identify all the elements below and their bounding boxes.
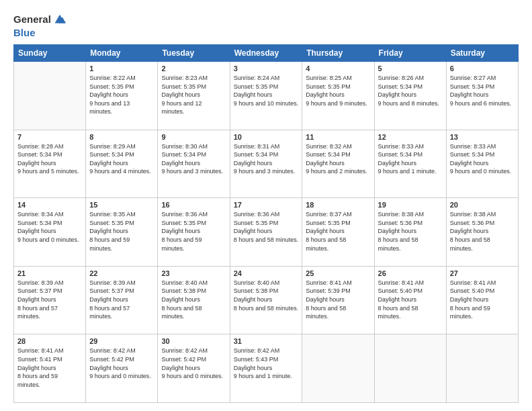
weekday-header-saturday: Saturday xyxy=(446,45,518,62)
day-info: Sunrise: 8:33 AM Sunset: 5:34 PM Dayligh… xyxy=(378,142,443,176)
day-info: Sunrise: 8:25 AM Sunset: 5:35 PM Dayligh… xyxy=(306,74,370,107)
logo: General Blue xyxy=(13,12,67,39)
day-cell: 10 Sunrise: 8:31 AM Sunset: 5:34 PM Dayl… xyxy=(230,130,302,198)
day-number: 6 xyxy=(450,64,515,73)
day-info: Sunrise: 8:42 AM Sunset: 5:43 PM Dayligh… xyxy=(234,347,299,380)
day-info: Sunrise: 8:32 AM Sunset: 5:34 PM Dayligh… xyxy=(306,142,370,176)
weekday-header-row: SundayMondayTuesdayWednesdayThursdayFrid… xyxy=(14,45,519,62)
day-info: Sunrise: 8:22 AM Sunset: 5:35 PM Dayligh… xyxy=(89,74,154,116)
day-info: Sunrise: 8:34 AM Sunset: 5:34 PM Dayligh… xyxy=(17,210,82,244)
day-number: 24 xyxy=(234,269,299,277)
day-number: 10 xyxy=(234,133,299,141)
day-info: Sunrise: 8:39 AM Sunset: 5:37 PM Dayligh… xyxy=(89,279,154,321)
day-cell: 24 Sunrise: 8:40 AM Sunset: 5:38 PM Dayl… xyxy=(230,266,302,334)
day-number: 27 xyxy=(450,269,515,277)
logo-icon xyxy=(52,12,67,27)
day-cell: 31 Sunrise: 8:42 AM Sunset: 5:43 PM Dayl… xyxy=(230,334,302,403)
day-info: Sunrise: 8:37 AM Sunset: 5:35 PM Dayligh… xyxy=(306,210,370,253)
day-number: 18 xyxy=(306,201,370,209)
week-row-3: 21 Sunrise: 8:39 AM Sunset: 5:37 PM Dayl… xyxy=(14,266,519,334)
day-number: 16 xyxy=(161,201,226,209)
day-info: Sunrise: 8:40 AM Sunset: 5:38 PM Dayligh… xyxy=(161,279,226,321)
day-cell: 8 Sunrise: 8:29 AM Sunset: 5:34 PM Dayli… xyxy=(86,130,158,198)
day-number: 13 xyxy=(450,133,515,141)
day-number: 17 xyxy=(234,201,299,209)
logo-blue: Blue xyxy=(13,27,36,38)
day-info: Sunrise: 8:36 AM Sunset: 5:35 PM Dayligh… xyxy=(234,210,299,244)
day-cell: 29 Sunrise: 8:42 AM Sunset: 5:42 PM Dayl… xyxy=(86,334,158,403)
day-number: 5 xyxy=(378,64,443,73)
day-cell: 1 Sunrise: 8:22 AM Sunset: 5:35 PM Dayli… xyxy=(86,62,158,130)
day-cell: 27 Sunrise: 8:41 AM Sunset: 5:40 PM Dayl… xyxy=(446,266,518,334)
day-number: 29 xyxy=(89,337,154,345)
weekday-header-monday: Monday xyxy=(86,45,158,62)
day-number: 14 xyxy=(17,201,82,209)
day-cell: 21 Sunrise: 8:39 AM Sunset: 5:37 PM Dayl… xyxy=(14,266,86,334)
day-number: 1 xyxy=(89,64,154,73)
day-info: Sunrise: 8:41 AM Sunset: 5:40 PM Dayligh… xyxy=(378,279,443,321)
day-number: 28 xyxy=(17,337,82,345)
day-info: Sunrise: 8:42 AM Sunset: 5:42 PM Dayligh… xyxy=(89,347,154,380)
weekday-header-friday: Friday xyxy=(374,45,446,62)
day-number: 3 xyxy=(234,64,299,73)
day-info: Sunrise: 8:41 AM Sunset: 5:41 PM Dayligh… xyxy=(17,347,82,389)
day-cell: 3 Sunrise: 8:24 AM Sunset: 5:35 PM Dayli… xyxy=(230,62,302,130)
day-number: 2 xyxy=(161,64,226,73)
day-info: Sunrise: 8:23 AM Sunset: 5:35 PM Dayligh… xyxy=(161,74,226,116)
day-number: 9 xyxy=(161,133,226,141)
day-number: 12 xyxy=(378,133,443,141)
day-cell: 4 Sunrise: 8:25 AM Sunset: 5:35 PM Dayli… xyxy=(302,62,374,130)
day-number: 4 xyxy=(306,64,370,73)
day-cell: 28 Sunrise: 8:41 AM Sunset: 5:41 PM Dayl… xyxy=(14,334,86,403)
day-info: Sunrise: 8:27 AM Sunset: 5:34 PM Dayligh… xyxy=(450,74,515,107)
day-number: 22 xyxy=(89,269,154,277)
weekday-header-tuesday: Tuesday xyxy=(158,45,230,62)
day-number: 31 xyxy=(234,337,299,345)
day-cell: 15 Sunrise: 8:35 AM Sunset: 5:35 PM Dayl… xyxy=(86,198,158,267)
day-cell: 2 Sunrise: 8:23 AM Sunset: 5:35 PM Dayli… xyxy=(158,62,230,130)
day-cell: 26 Sunrise: 8:41 AM Sunset: 5:40 PM Dayl… xyxy=(374,266,446,334)
day-cell xyxy=(14,62,86,130)
day-cell: 11 Sunrise: 8:32 AM Sunset: 5:34 PM Dayl… xyxy=(302,130,374,198)
day-info: Sunrise: 8:36 AM Sunset: 5:35 PM Dayligh… xyxy=(161,210,226,253)
day-cell: 25 Sunrise: 8:41 AM Sunset: 5:39 PM Dayl… xyxy=(302,266,374,334)
day-cell xyxy=(302,334,374,403)
day-info: Sunrise: 8:41 AM Sunset: 5:39 PM Dayligh… xyxy=(306,279,370,321)
day-cell: 7 Sunrise: 8:28 AM Sunset: 5:34 PM Dayli… xyxy=(14,130,86,198)
day-number: 20 xyxy=(450,201,515,209)
day-info: Sunrise: 8:38 AM Sunset: 5:36 PM Dayligh… xyxy=(450,210,515,253)
weekday-header-wednesday: Wednesday xyxy=(230,45,302,62)
day-cell: 30 Sunrise: 8:42 AM Sunset: 5:42 PM Dayl… xyxy=(158,334,230,403)
day-cell xyxy=(374,334,446,403)
day-cell: 23 Sunrise: 8:40 AM Sunset: 5:38 PM Dayl… xyxy=(158,266,230,334)
day-number: 19 xyxy=(378,201,443,209)
week-row-0: 1 Sunrise: 8:22 AM Sunset: 5:35 PM Dayli… xyxy=(14,62,519,130)
day-number: 30 xyxy=(161,337,226,345)
day-info: Sunrise: 8:42 AM Sunset: 5:42 PM Dayligh… xyxy=(161,347,226,380)
day-info: Sunrise: 8:39 AM Sunset: 5:37 PM Dayligh… xyxy=(17,279,82,321)
day-cell: 18 Sunrise: 8:37 AM Sunset: 5:35 PM Dayl… xyxy=(302,198,374,267)
calendar-table: SundayMondayTuesdayWednesdayThursdayFrid… xyxy=(13,44,519,403)
day-info: Sunrise: 8:35 AM Sunset: 5:35 PM Dayligh… xyxy=(89,210,154,253)
day-cell xyxy=(446,334,518,403)
day-number: 21 xyxy=(17,269,82,277)
header: General Blue xyxy=(13,12,519,39)
day-cell: 19 Sunrise: 8:38 AM Sunset: 5:36 PM Dayl… xyxy=(374,198,446,267)
day-number: 15 xyxy=(89,201,154,209)
day-info: Sunrise: 8:28 AM Sunset: 5:34 PM Dayligh… xyxy=(17,142,82,176)
day-cell: 12 Sunrise: 8:33 AM Sunset: 5:34 PM Dayl… xyxy=(374,130,446,198)
day-info: Sunrise: 8:30 AM Sunset: 5:34 PM Dayligh… xyxy=(161,142,226,176)
day-info: Sunrise: 8:33 AM Sunset: 5:34 PM Dayligh… xyxy=(450,142,515,176)
day-info: Sunrise: 8:31 AM Sunset: 5:34 PM Dayligh… xyxy=(234,142,299,176)
day-info: Sunrise: 8:38 AM Sunset: 5:36 PM Dayligh… xyxy=(378,210,443,253)
day-number: 7 xyxy=(17,133,82,141)
day-cell: 5 Sunrise: 8:26 AM Sunset: 5:34 PM Dayli… xyxy=(374,62,446,130)
weekday-header-sunday: Sunday xyxy=(14,45,86,62)
weekday-header-thursday: Thursday xyxy=(302,45,374,62)
page: General Blue SundayMondayTuesdayWednesda… xyxy=(0,0,532,411)
day-cell: 9 Sunrise: 8:30 AM Sunset: 5:34 PM Dayli… xyxy=(158,130,230,198)
day-cell: 20 Sunrise: 8:38 AM Sunset: 5:36 PM Dayl… xyxy=(446,198,518,267)
day-cell: 6 Sunrise: 8:27 AM Sunset: 5:34 PM Dayli… xyxy=(446,62,518,130)
day-number: 25 xyxy=(306,269,370,277)
day-cell: 16 Sunrise: 8:36 AM Sunset: 5:35 PM Dayl… xyxy=(158,198,230,267)
